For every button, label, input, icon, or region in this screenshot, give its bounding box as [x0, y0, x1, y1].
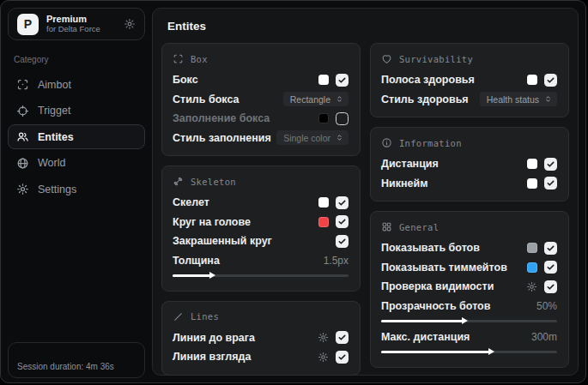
- box-scan-icon: [173, 53, 184, 64]
- color-swatch[interactable]: [527, 243, 537, 253]
- section-title: General: [399, 222, 439, 232]
- slider-value: 50%: [536, 300, 557, 312]
- color-swatch[interactable]: [318, 217, 329, 227]
- checkbox[interactable]: [544, 177, 557, 189]
- row-controls: [318, 112, 349, 125]
- color-swatch[interactable]: [527, 75, 537, 85]
- bot-opacity-slider[interactable]: [381, 320, 557, 322]
- checkbox[interactable]: [544, 242, 557, 255]
- box-card: Box Бокс Стиль бокса Rectangle: [161, 43, 361, 156]
- checkbox[interactable]: [336, 351, 349, 364]
- setting-label: Линия до врага: [173, 332, 255, 344]
- box-card-header: Box: [173, 53, 349, 64]
- sidebar-item-settings[interactable]: Settings: [8, 177, 145, 202]
- brand-card: P Premium for Delta Force: [8, 8, 145, 40]
- checkbox[interactable]: [336, 235, 349, 248]
- color-swatch[interactable]: [527, 178, 537, 189]
- slider-thumb[interactable]: [462, 317, 468, 324]
- users-icon: [16, 130, 29, 143]
- setting-label: Показывать ботов: [381, 242, 480, 254]
- setting-label: Стиль здоровья: [381, 93, 469, 105]
- checkbox[interactable]: [544, 158, 557, 171]
- section-title: Information: [399, 138, 462, 148]
- right-column: Survivability Полоса здоровья Стиль здор…: [370, 43, 569, 385]
- color-swatch[interactable]: [318, 75, 329, 85]
- thickness-slider[interactable]: [173, 274, 349, 277]
- sidebar-item-label: Trigget: [38, 105, 70, 117]
- sidebar-item-label: Settings: [38, 183, 76, 196]
- row-controls: [527, 177, 557, 189]
- checkbox[interactable]: [336, 112, 349, 125]
- box-style-select[interactable]: Rectangle: [283, 92, 349, 106]
- bone-icon: [173, 176, 184, 187]
- health-style-select[interactable]: Health status: [480, 92, 557, 106]
- setting-row: Полоса здоровья: [381, 70, 557, 90]
- checkbox[interactable]: [336, 215, 349, 228]
- slider-row: Прозрачность ботов 50%: [381, 298, 557, 322]
- section-title: Lines: [191, 311, 219, 322]
- row-controls: [318, 74, 349, 87]
- survivability-card: Survivability Полоса здоровья Стиль здор…: [370, 43, 569, 117]
- fill-style-select[interactable]: Single color: [276, 130, 349, 145]
- setting-label: Прозрачность ботов: [381, 300, 490, 312]
- row-controls: [318, 351, 349, 364]
- skeleton-card-header: Skeleton: [173, 176, 349, 187]
- gear-icon[interactable]: [526, 281, 537, 292]
- setting-label: Заполнение бокса: [173, 112, 270, 124]
- slider-thumb[interactable]: [209, 272, 215, 279]
- setting-row: Показывать тиммейтов: [381, 258, 557, 278]
- row-controls: [318, 331, 349, 344]
- setting-row: Стиль заполнения Single color: [173, 129, 349, 148]
- unfold-icon: [543, 94, 553, 104]
- app-window: P Premium for Delta Force Category Aimbo…: [0, 0, 586, 383]
- setting-row: Дистанция: [381, 154, 557, 174]
- row-controls: [526, 280, 557, 293]
- setting-label: Стиль заполнения: [173, 132, 271, 144]
- color-swatch[interactable]: [318, 197, 329, 208]
- setting-row: Линия до врага: [173, 328, 349, 348]
- setting-row: Стиль здоровья Health status: [381, 90, 557, 110]
- slider-header: Макс. дистанция 300m: [381, 328, 557, 346]
- checkbox[interactable]: [544, 280, 557, 293]
- max-distance-slider[interactable]: [381, 351, 557, 353]
- row-controls: [527, 242, 557, 255]
- setting-label: Макс. дистанция: [381, 331, 470, 343]
- checkbox[interactable]: [544, 74, 557, 87]
- row-controls: [527, 158, 557, 171]
- slider-thumb[interactable]: [488, 348, 494, 355]
- setting-label: Толщина: [173, 255, 220, 267]
- checkbox[interactable]: [544, 261, 557, 274]
- survivability-card-header: Survivability: [381, 53, 557, 64]
- row-controls: [527, 261, 557, 274]
- gear-icon: [16, 183, 29, 196]
- setting-label: Проверка видимости: [381, 280, 494, 292]
- select-value: Rectangle: [290, 94, 330, 105]
- setting-row: Линия взгляда: [173, 347, 349, 367]
- checkbox[interactable]: [336, 74, 349, 87]
- session-duration-box: Session duration: 4m 36s: [8, 342, 145, 378]
- color-swatch[interactable]: [527, 159, 537, 169]
- setting-label: Скелет: [173, 196, 209, 208]
- checkbox[interactable]: [336, 196, 349, 209]
- color-swatch[interactable]: [527, 262, 537, 273]
- sidebar-item-label: Aimbot: [38, 79, 71, 91]
- gear-icon[interactable]: [124, 18, 136, 30]
- select-value: Single color: [283, 133, 330, 143]
- brand-text: Premium for Delta Force: [46, 14, 116, 34]
- sidebar-item-entites[interactable]: Entites: [8, 124, 145, 149]
- setting-label: Круг на голове: [173, 216, 251, 228]
- lines-card-header: Lines: [173, 311, 349, 322]
- setting-label: Закрашенный круг: [173, 235, 272, 247]
- color-swatch[interactable]: [318, 113, 329, 123]
- checkbox[interactable]: [336, 331, 349, 344]
- target-icon: [16, 105, 29, 117]
- sidebar-item-aimbot[interactable]: Aimbot: [8, 72, 145, 97]
- sidebar-item-world[interactable]: World: [8, 151, 145, 176]
- heart-icon: [381, 53, 392, 64]
- brand-title: Premium: [46, 14, 116, 25]
- sidebar-item-trigget[interactable]: Trigget: [8, 99, 145, 123]
- setting-row: Никнейм: [381, 174, 557, 194]
- gear-icon[interactable]: [318, 352, 329, 363]
- slider-row: Толщина 1.5px: [173, 252, 349, 277]
- gear-icon[interactable]: [318, 332, 329, 343]
